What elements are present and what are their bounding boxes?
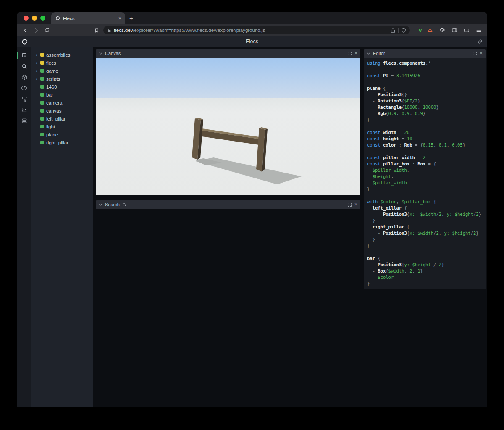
tree-item-light[interactable]: light	[32, 123, 93, 131]
canvas-panel-header: Canvas ×	[96, 49, 360, 58]
entity-color-swatch	[40, 61, 44, 65]
tree-item-plane[interactable]: plane	[32, 131, 93, 139]
entity-color-swatch	[40, 93, 44, 97]
fullscreen-icon[interactable]	[347, 51, 352, 56]
search-icon	[122, 202, 126, 207]
back-icon[interactable]	[21, 26, 29, 34]
tree-item-scripts[interactable]: ›scripts	[32, 75, 93, 83]
lock-icon[interactable]	[107, 28, 111, 33]
tree-item-camera[interactable]: camera	[32, 99, 93, 107]
close-icon[interactable]: ×	[354, 51, 357, 56]
code-line: right_pillar {	[367, 224, 482, 230]
address-bar[interactable]: flecs.dev/explorer/?wasm=https://www.fle…	[103, 26, 410, 34]
tab-close-icon[interactable]: ×	[118, 16, 121, 21]
tree-item-label: right_pillar	[46, 140, 68, 145]
code-editor-icon[interactable]	[17, 84, 32, 92]
zoom-window-button[interactable]	[40, 16, 45, 21]
browser-tab[interactable]: Flecs ×	[51, 12, 125, 24]
forward-icon[interactable]	[32, 26, 40, 34]
brave-shield-icon[interactable]	[401, 28, 406, 33]
extensions-puzzle-icon[interactable]	[438, 26, 446, 34]
wallet-icon[interactable]	[462, 26, 471, 34]
entities-cube-icon[interactable]	[17, 73, 32, 81]
tree-item-label: camera	[46, 100, 62, 105]
code-line: }	[367, 281, 482, 287]
close-window-button[interactable]	[24, 16, 29, 21]
close-icon[interactable]: ×	[480, 51, 483, 56]
flecs-explorer-app: Flecs	[17, 36, 487, 407]
url-text: flecs.dev/explorer/?wasm=https://www.fle…	[114, 28, 388, 33]
expand-chevron-icon[interactable]: ›	[35, 76, 38, 81]
code-line: - $color	[367, 274, 482, 281]
tree-item-game[interactable]: ›game	[32, 67, 93, 75]
new-tab-button[interactable]: +	[129, 15, 133, 22]
entity-tree: ›assemblies›flecs›game›scripts1460barcam…	[32, 47, 93, 407]
code-line: - Box{$width, 2, 1}	[367, 268, 482, 274]
tree-item-label: 1460	[46, 84, 57, 89]
share-link-icon[interactable]	[477, 39, 483, 45]
inspect-cursor-icon[interactable]	[17, 95, 32, 102]
code-line: }	[367, 236, 482, 243]
expand-chevron-icon[interactable]: ›	[35, 68, 38, 73]
code-line: using flecs.components.*	[367, 60, 482, 66]
search-nav-icon[interactable]	[17, 63, 32, 70]
fullscreen-icon[interactable]	[472, 51, 477, 56]
browser-window: Flecs × + flecs.dev/explorer/?wasm=https…	[17, 12, 487, 407]
queries-rows-icon[interactable]	[17, 117, 32, 124]
entity-color-swatch	[40, 125, 44, 128]
tree-item-flecs[interactable]: ›flecs	[32, 59, 93, 67]
tree-item-canvas[interactable]: canvas	[32, 107, 93, 115]
editor-column: Editor × using flecs.components.* const …	[364, 49, 486, 289]
page-title: Flecs	[17, 39, 487, 45]
code-line: - Rotation3{$PI/2}	[367, 98, 482, 104]
bookmark-icon[interactable]	[92, 26, 101, 34]
brave-rewards-icon[interactable]	[426, 26, 434, 34]
code-line: - Position3{}	[367, 92, 482, 98]
entity-color-swatch	[40, 69, 44, 73]
code-line	[367, 79, 482, 85]
tree-item-label: flecs	[46, 60, 56, 66]
tree-item-label: plane	[46, 132, 58, 137]
workspace: Canvas ×	[93, 47, 487, 407]
expand-chevron-icon[interactable]: ›	[35, 52, 38, 57]
share-icon[interactable]	[390, 28, 396, 33]
code-line: }	[367, 218, 482, 224]
stats-chart-icon[interactable]	[17, 106, 32, 113]
canvas-3d-viewport[interactable]	[96, 58, 360, 195]
close-icon[interactable]: ×	[354, 202, 357, 207]
entity-color-swatch	[40, 85, 44, 89]
code-line: }	[367, 117, 482, 123]
code-line: - Rectangle{10000, 10000}	[367, 104, 482, 110]
code-line	[367, 192, 482, 199]
fullscreen-icon[interactable]	[347, 202, 352, 207]
tree-item-label: scripts	[46, 76, 60, 81]
canvas-panel-title: Canvas	[105, 51, 121, 56]
tree-item-label: game	[46, 68, 58, 73]
reload-icon[interactable]	[43, 26, 51, 34]
code-line: $height,	[367, 173, 482, 180]
editor-panel-header: Editor ×	[364, 49, 486, 58]
vimium-extension-icon[interactable]: V	[418, 27, 422, 34]
tree-view-icon[interactable]	[17, 52, 32, 59]
sidebar-toggle-icon[interactable]	[450, 26, 459, 34]
menu-icon[interactable]	[475, 26, 483, 34]
entity-color-swatch	[40, 109, 44, 113]
code-line: - Position3{y: $height / 2}	[367, 262, 482, 268]
tree-item-left_pillar[interactable]: left_pillar	[32, 115, 93, 123]
code-line: bar {	[367, 255, 482, 262]
editor-code[interactable]: using flecs.components.* const PI = 3.14…	[364, 58, 486, 289]
address-bar-divider	[398, 28, 399, 33]
expand-chevron-icon[interactable]: ›	[35, 60, 38, 65]
tree-item-label: bar	[46, 92, 53, 97]
collapse-chevron-icon[interactable]	[367, 52, 370, 55]
editor-panel-title: Editor	[373, 51, 385, 56]
tree-item-1460[interactable]: 1460	[32, 83, 93, 91]
collapse-chevron-icon[interactable]	[99, 203, 102, 207]
scene-render	[96, 58, 360, 195]
tab-title: Flecs	[63, 16, 116, 21]
tree-item-right_pillar[interactable]: right_pillar	[32, 139, 93, 147]
minimize-window-button[interactable]	[32, 16, 37, 21]
tree-item-assemblies[interactable]: ›assemblies	[32, 51, 93, 59]
tree-item-bar[interactable]: bar	[32, 91, 93, 99]
collapse-chevron-icon[interactable]	[99, 52, 102, 55]
